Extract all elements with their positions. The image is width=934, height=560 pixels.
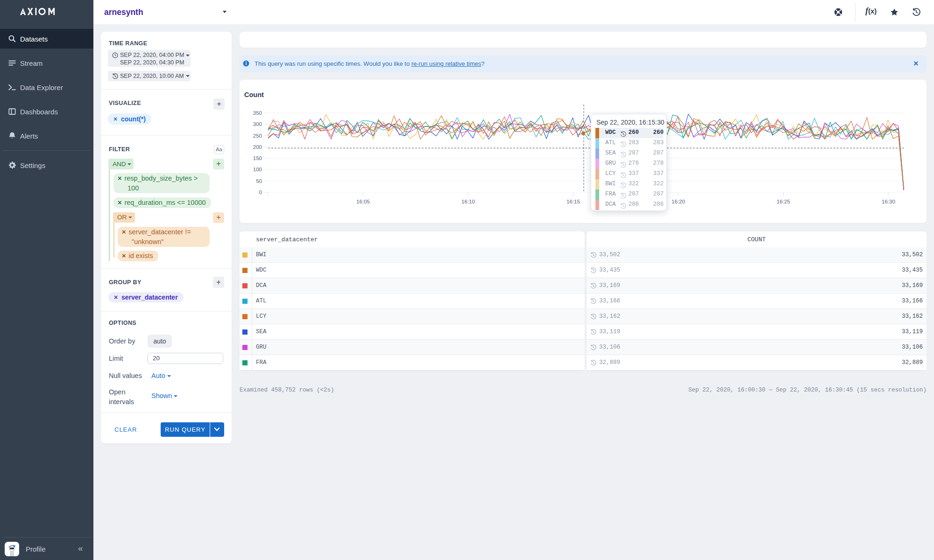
svg-text:16:30: 16:30 xyxy=(882,199,895,204)
svg-text:100: 100 xyxy=(253,167,262,172)
svg-text:16:05: 16:05 xyxy=(356,199,370,204)
svg-text:0: 0 xyxy=(259,189,262,195)
svg-text:150: 150 xyxy=(253,155,262,161)
svg-text:300: 300 xyxy=(253,121,262,127)
svg-text:50: 50 xyxy=(256,178,262,184)
svg-text:200: 200 xyxy=(253,144,262,150)
svg-text:350: 350 xyxy=(253,110,262,116)
svg-text:16:15: 16:15 xyxy=(566,199,580,204)
svg-text:16:20: 16:20 xyxy=(672,199,685,204)
svg-text:16:10: 16:10 xyxy=(461,199,475,204)
svg-text:16:25: 16:25 xyxy=(777,199,790,204)
svg-text:250: 250 xyxy=(253,133,262,139)
